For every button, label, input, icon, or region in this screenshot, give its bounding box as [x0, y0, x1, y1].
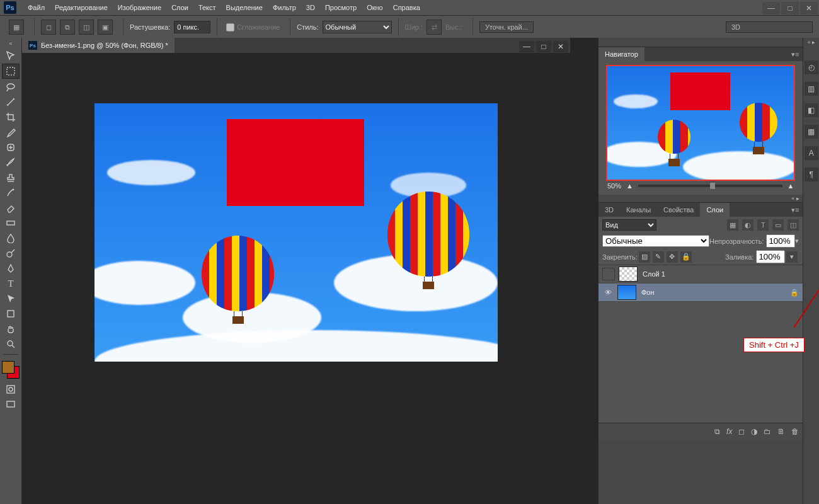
lock-transparent-icon[interactable]: ▨ [639, 251, 650, 263]
layer-kind-select[interactable]: Вид [602, 219, 656, 231]
path-select-tool-icon[interactable] [3, 292, 19, 306]
dock-paragraph-icon[interactable]: ¶ [805, 168, 818, 181]
blend-mode-select[interactable]: Обычные [602, 235, 709, 247]
type-tool-icon[interactable]: T [3, 277, 19, 290]
screenmode-tool-icon[interactable] [3, 398, 19, 411]
eyedropper-tool-icon[interactable] [3, 125, 19, 139]
menu-edit[interactable]: Редактирование [50, 0, 113, 15]
layers-panel-menu-icon[interactable]: ▾≡ [788, 206, 803, 214]
lasso-tool-icon[interactable] [3, 80, 19, 94]
tab-channels[interactable]: Каналы [620, 203, 657, 217]
dock-character-icon[interactable]: A [805, 146, 818, 160]
feather-input[interactable] [174, 21, 210, 33]
layers-collapse-icon[interactable]: « ▸ [789, 195, 801, 202]
blur-tool-icon[interactable] [3, 231, 19, 245]
opacity-dropdown-icon[interactable]: ▾ [795, 237, 799, 245]
menu-filter[interactable]: Фильтр [268, 0, 301, 15]
brush-tool-icon[interactable] [3, 156, 19, 169]
color-swatches[interactable] [2, 361, 20, 379]
doc-minimize-button[interactable]: — [519, 41, 534, 52]
eraser-tool-icon[interactable] [3, 201, 19, 215]
zoom-tool-icon[interactable] [3, 337, 19, 351]
layer-thumbnail[interactable] [617, 285, 636, 300]
lock-pixels-icon[interactable]: ✎ [653, 251, 664, 263]
filter-adjust-icon[interactable]: ◐ [742, 219, 753, 231]
opacity-input[interactable] [766, 234, 795, 248]
layer-row[interactable]: 👁 Фон 🔒 [598, 284, 803, 302]
marquee-tool-icon[interactable] [2, 64, 20, 79]
layer-mask-icon[interactable]: ◻ [738, 427, 745, 436]
filter-type-icon[interactable]: T [757, 219, 769, 231]
lock-position-icon[interactable]: ✥ [667, 251, 678, 263]
navigator-zoom-out-icon[interactable]: ▲ [626, 182, 633, 190]
pen-tool-icon[interactable] [3, 261, 19, 275]
layer-name[interactable]: Слой 1 [643, 270, 665, 278]
gradient-tool-icon[interactable] [3, 216, 19, 230]
layer-thumbnail[interactable] [619, 266, 638, 282]
dock-swatches-icon[interactable]: ▦ [805, 125, 818, 139]
menu-select[interactable]: Выделение [221, 0, 268, 15]
dock-history-icon[interactable]: ◴ [805, 60, 818, 74]
tab-3d[interactable]: 3D [598, 203, 620, 217]
menu-image[interactable]: Изображение [113, 0, 166, 15]
doc-close-button[interactable]: ✕ [553, 41, 568, 52]
filter-shape-icon[interactable]: ▭ [772, 219, 784, 231]
history-brush-tool-icon[interactable] [3, 186, 19, 200]
panels-collapse-icon[interactable]: « ▸ [805, 39, 818, 45]
foreground-color-swatch[interactable] [2, 361, 14, 374]
dock-actions-icon[interactable]: ▥ [805, 82, 818, 96]
navigator-zoom-slider[interactable] [638, 185, 782, 187]
healing-tool-icon[interactable] [3, 140, 19, 154]
link-layers-icon[interactable]: ⧉ [714, 427, 720, 436]
document-tab[interactable]: Ps Без-имени-1.png @ 50% (Фон, RGB/8) * [22, 38, 175, 53]
window-maximize-button[interactable]: □ [781, 2, 799, 14]
window-close-button[interactable]: ✕ [800, 2, 818, 14]
fill-dropdown-icon[interactable]: ▾ [786, 251, 798, 263]
panel-menu-icon[interactable]: ▾≡ [788, 50, 803, 59]
tab-properties[interactable]: Свойства [657, 203, 700, 217]
new-selection-icon[interactable]: ◻ [41, 20, 56, 35]
menu-view[interactable]: Просмотр [320, 0, 362, 15]
menu-layer[interactable]: Слои [166, 0, 193, 15]
menu-file[interactable]: Файл [23, 0, 50, 15]
navigator-zoom-in-icon[interactable]: ▲ [788, 182, 794, 190]
layer-name[interactable]: Фон [641, 289, 655, 296]
new-layer-icon[interactable]: 🗎 [777, 427, 785, 436]
lock-all-icon[interactable]: 🔒 [680, 251, 692, 263]
doc-maximize-button[interactable]: □ [536, 41, 551, 52]
move-tool-icon[interactable] [3, 49, 19, 62]
fill-input[interactable] [756, 250, 785, 263]
menu-3d[interactable]: 3D [301, 0, 320, 15]
magic-wand-tool-icon[interactable] [3, 95, 19, 109]
menu-type[interactable]: Текст [193, 0, 221, 15]
window-minimize-button[interactable]: — [762, 2, 780, 14]
add-selection-icon[interactable]: ⧉ [60, 20, 75, 35]
intersect-selection-icon[interactable]: ▣ [98, 20, 113, 35]
navigator-thumbnail[interactable] [606, 65, 795, 181]
layer-visibility-toggle[interactable] [602, 268, 615, 280]
navigator-tab[interactable]: Навигатор [598, 47, 644, 61]
tool-preset-icon[interactable]: ▦ [9, 20, 24, 35]
layer-visibility-toggle[interactable]: 👁 [602, 287, 614, 298]
refine-edge-button[interactable]: Уточн. край... [479, 21, 534, 33]
menu-window[interactable]: Окно [362, 0, 388, 15]
shape-tool-icon[interactable] [3, 307, 19, 321]
layer-group-icon[interactable]: 🗀 [764, 427, 771, 436]
stamp-tool-icon[interactable] [3, 171, 19, 185]
toolbox-collapse-icon[interactable]: « [4, 40, 17, 47]
canvas[interactable] [94, 103, 498, 362]
dock-color-icon[interactable]: ◧ [805, 103, 818, 117]
quickmask-tool-icon[interactable] [3, 382, 19, 396]
style-select[interactable]: Обычный [323, 21, 392, 33]
filter-smart-icon[interactable]: ◫ [788, 219, 799, 231]
delete-layer-icon[interactable]: 🗑 [791, 427, 799, 436]
workspace-switcher[interactable]: 3D [726, 21, 813, 33]
adjustment-layer-icon[interactable]: ◑ [751, 427, 757, 436]
crop-tool-icon[interactable] [3, 110, 19, 124]
dodge-tool-icon[interactable] [3, 246, 19, 260]
subtract-selection-icon[interactable]: ◫ [79, 20, 94, 35]
hand-tool-icon[interactable] [3, 322, 19, 336]
menu-help[interactable]: Справка [388, 0, 425, 15]
layer-fx-icon[interactable]: fx [726, 427, 732, 436]
filter-pixel-icon[interactable]: ▦ [727, 219, 738, 231]
